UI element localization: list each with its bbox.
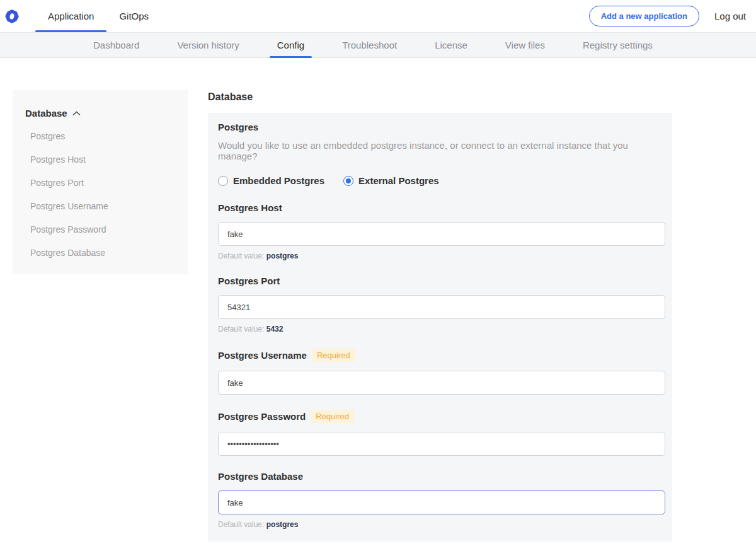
page-title: Database <box>208 91 672 103</box>
config-item-help-text: Would you like to use an embedded postgr… <box>218 140 665 161</box>
required-badge: Required <box>311 410 354 423</box>
default-label: Default value: <box>218 520 264 529</box>
field-label: Postgres Database <box>218 471 303 482</box>
sidebar-group-database[interactable]: Database <box>25 108 175 119</box>
field-label: Postgres Port <box>218 276 280 286</box>
default-label: Default value: <box>218 252 264 260</box>
sidebar-item-postgres[interactable]: Postgres <box>25 131 175 141</box>
top-navigation-bar: Application GitOps Add a new application… <box>0 0 756 33</box>
tab-gitops-label: GitOps <box>119 11 149 21</box>
field-label-row: Postgres Password Required <box>218 410 665 423</box>
postgres-database-input[interactable] <box>218 490 665 514</box>
subnav-view-files[interactable]: View files <box>498 33 553 57</box>
topnav-right: Add a new application Log out <box>589 0 756 32</box>
radio-embedded-postgres-label: Embedded Postgres <box>233 175 324 186</box>
content-area: Database Postgres Postgres Host Postgres… <box>0 90 756 551</box>
default-label: Default value: <box>218 325 264 334</box>
default-value: 5432 <box>266 325 284 334</box>
field-label-row: Postgres Host <box>218 202 665 213</box>
add-new-application-button[interactable]: Add a new application <box>589 6 699 26</box>
radio-embedded-postgres[interactable]: Embedded Postgres <box>218 175 324 186</box>
config-item-title: Postgres <box>218 122 665 132</box>
required-badge: Required <box>312 349 355 362</box>
field-label: Postgres Password <box>218 411 306 422</box>
default-value: postgres <box>266 252 299 260</box>
topnav-spacer <box>161 0 589 32</box>
postgres-username-input[interactable] <box>218 371 665 395</box>
subnav-registry-settings[interactable]: Registry settings <box>575 33 660 57</box>
sidebar-item-postgres-password[interactable]: Postgres Password <box>25 224 175 235</box>
radio-external-postgres[interactable]: External Postgres <box>343 175 439 186</box>
field-label: Postgres Username <box>218 350 307 361</box>
tab-gitops[interactable]: GitOps <box>106 0 161 32</box>
field-default-hint: Default value: 5432 <box>218 325 665 334</box>
sidebar-item-postgres-port[interactable]: Postgres Port <box>25 178 175 188</box>
field-postgres-username: Postgres Username Required <box>218 349 665 395</box>
field-postgres-password: Postgres Password Required <box>218 410 665 456</box>
field-label: Postgres Host <box>218 202 282 213</box>
field-default-hint: Default value: postgres <box>218 252 665 260</box>
top-tabs: Application GitOps <box>35 0 161 32</box>
config-main-panel: Database Postgres Would you like to use … <box>208 90 672 551</box>
field-label-row: Postgres Database <box>218 471 665 482</box>
default-value: postgres <box>266 520 299 529</box>
radio-circle-icon <box>218 176 228 186</box>
postgres-password-input[interactable] <box>218 432 665 456</box>
sidebar-group-label: Database <box>25 108 67 119</box>
radio-circle-icon <box>343 176 353 186</box>
subnav-config[interactable]: Config <box>270 33 312 57</box>
subnav-license[interactable]: License <box>427 33 475 57</box>
radio-external-postgres-label: External Postgres <box>358 175 439 186</box>
subnav-troubleshoot[interactable]: Troubleshoot <box>335 33 404 57</box>
sidebar-item-postgres-host[interactable]: Postgres Host <box>25 154 175 165</box>
subnav-dashboard[interactable]: Dashboard <box>86 33 147 57</box>
config-groups-sidebar: Database Postgres Postgres Host Postgres… <box>13 90 188 274</box>
logo-icon <box>5 9 19 23</box>
subnav-version-history[interactable]: Version history <box>169 33 246 57</box>
chevron-up-icon <box>72 111 81 116</box>
field-postgres-database: Postgres Database Default value: postgre… <box>218 471 665 529</box>
field-postgres-port: Postgres Port Default value: 5432 <box>218 276 665 334</box>
postgres-host-input[interactable] <box>218 222 665 246</box>
tab-application[interactable]: Application <box>35 0 106 32</box>
field-default-hint: Default value: postgres <box>218 520 665 529</box>
field-postgres-host: Postgres Host Default value: postgres <box>218 202 665 260</box>
tab-application-label: Application <box>48 11 94 21</box>
app-logo[interactable] <box>5 0 19 32</box>
field-label-row: Postgres Port <box>218 276 665 286</box>
app-sub-navigation: Dashboard Version history Config Trouble… <box>0 33 756 58</box>
field-label-row: Postgres Username Required <box>218 349 665 362</box>
config-group-card: Postgres Would you like to use an embedd… <box>208 113 672 542</box>
postgres-type-radio-group: Embedded Postgres External Postgres <box>218 175 665 186</box>
sidebar-item-postgres-username[interactable]: Postgres Username <box>25 201 175 211</box>
log-out-link[interactable]: Log out <box>714 11 746 21</box>
postgres-port-input[interactable] <box>218 295 665 319</box>
sidebar-item-postgres-database[interactable]: Postgres Database <box>25 248 175 258</box>
